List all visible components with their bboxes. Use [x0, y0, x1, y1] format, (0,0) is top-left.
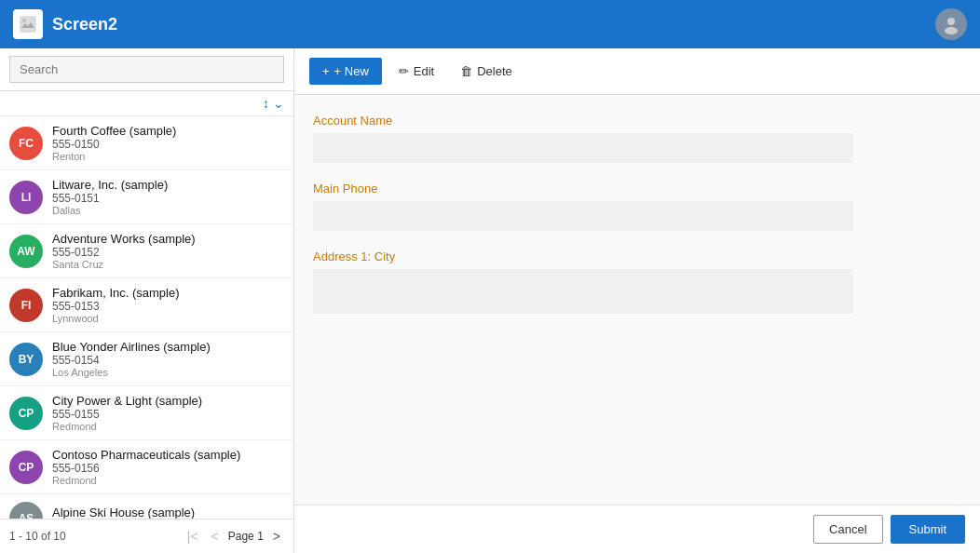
edit-label: Edit: [414, 64, 434, 78]
list-item[interactable]: AS Alpine Ski House (sample) 555-0157: [0, 494, 293, 519]
svg-point-2: [947, 18, 955, 25]
list-item[interactable]: BY Blue Yonder Airlines (sample) 555-015…: [0, 332, 293, 386]
account-name-input[interactable]: [313, 133, 853, 163]
account-name-label: Account Name: [313, 114, 961, 128]
avatar: FC: [9, 127, 43, 160]
item-phone: 555-0153: [52, 300, 180, 313]
list-item[interactable]: AW Adventure Works (sample) 555-0152 San…: [0, 224, 293, 278]
header: Screen2: [0, 0, 980, 48]
search-input[interactable]: [9, 56, 284, 83]
item-name: Blue Yonder Airlines (sample): [52, 340, 211, 354]
delete-button[interactable]: 🗑 Delete: [451, 58, 522, 85]
item-name: Adventure Works (sample): [52, 232, 196, 246]
main-content: ↕ ⌄ FC Fourth Coffee (sample) 555-0150 R…: [0, 48, 980, 553]
submit-button[interactable]: Submit: [891, 515, 965, 544]
item-city: Santa Cruz: [52, 259, 196, 270]
item-name: Contoso Pharmaceuticals (sample): [52, 448, 240, 462]
list-item[interactable]: LI Litware, Inc. (sample) 555-0151 Dalla…: [0, 170, 293, 224]
first-page-button[interactable]: |<: [184, 527, 202, 546]
header-left: Screen2: [13, 9, 117, 39]
avatar: AS: [9, 502, 43, 519]
form-area: Account Name Main Phone Address 1: City: [294, 95, 980, 505]
item-name: Fabrikam, Inc. (sample): [52, 286, 180, 300]
item-phone: 555-0154: [52, 354, 211, 367]
item-info: Blue Yonder Airlines (sample) 555-0154 L…: [52, 340, 211, 378]
avatar: CP: [9, 451, 43, 484]
user-avatar[interactable]: [935, 8, 967, 40]
app-icon: [13, 9, 43, 39]
form-footer: Cancel Submit: [294, 505, 980, 553]
sort-icon[interactable]: ↕ ⌄: [263, 96, 284, 111]
address-city-label: Address 1: City: [313, 250, 961, 263]
item-city: Renton: [52, 151, 176, 162]
item-phone: 555-0152: [52, 246, 196, 259]
delete-icon: 🗑: [460, 64, 472, 78]
item-info: Contoso Pharmaceuticals (sample) 555-015…: [52, 448, 240, 486]
address-city-input[interactable]: [313, 269, 853, 314]
right-panel: + + New ✏ Edit 🗑 Delete Account Name Mai…: [294, 48, 980, 553]
list-item[interactable]: FI Fabrikam, Inc. (sample) 555-0153 Lynn…: [0, 278, 293, 332]
list-item[interactable]: CP City Power & Light (sample) 555-0155 …: [0, 386, 293, 440]
item-info: Fabrikam, Inc. (sample) 555-0153 Lynnwoo…: [52, 286, 180, 324]
pagination: 1 - 10 of 10 |< < Page 1 >: [0, 519, 293, 553]
next-page-button[interactable]: >: [269, 527, 284, 546]
item-phone: 555-0151: [52, 192, 168, 205]
item-phone: 555-0156: [52, 462, 240, 475]
new-label: + New: [334, 64, 369, 78]
main-phone-input[interactable]: [313, 201, 853, 231]
prev-page-button[interactable]: <: [208, 527, 223, 546]
item-info: Adventure Works (sample) 555-0152 Santa …: [52, 232, 196, 270]
item-city: Dallas: [52, 205, 168, 216]
cancel-button[interactable]: Cancel: [813, 515, 882, 544]
avatar: AW: [9, 235, 43, 268]
avatar: BY: [9, 343, 43, 376]
avatar: FI: [9, 289, 43, 322]
sort-bar: ↕ ⌄: [0, 91, 293, 116]
item-phone: 555-0150: [52, 138, 176, 151]
search-bar: [0, 48, 293, 91]
main-phone-label: Main Phone: [313, 182, 961, 196]
edit-button[interactable]: ✏ Edit: [389, 58, 443, 85]
svg-point-1: [22, 19, 26, 22]
item-info: Alpine Ski House (sample) 555-0157: [52, 506, 195, 519]
item-name: Fourth Coffee (sample): [52, 124, 176, 138]
left-panel: ↕ ⌄ FC Fourth Coffee (sample) 555-0150 R…: [0, 48, 294, 553]
list-item[interactable]: FC Fourth Coffee (sample) 555-0150 Rento…: [0, 116, 293, 170]
list-container: FC Fourth Coffee (sample) 555-0150 Rento…: [0, 116, 293, 519]
account-name-field: Account Name: [313, 114, 961, 163]
item-name: Litware, Inc. (sample): [52, 178, 168, 192]
avatar: CP: [9, 397, 43, 430]
item-city: Redmond: [52, 421, 202, 432]
item-city: Lynnwood: [52, 313, 180, 324]
item-city: Los Angeles: [52, 367, 211, 378]
svg-rect-0: [20, 16, 36, 33]
delete-label: Delete: [477, 64, 512, 78]
edit-icon: ✏: [399, 64, 409, 78]
avatar: LI: [9, 181, 43, 214]
toolbar: + + New ✏ Edit 🗑 Delete: [294, 48, 980, 95]
main-phone-field: Main Phone: [313, 182, 961, 231]
item-name: City Power & Light (sample): [52, 394, 202, 408]
plus-icon: +: [322, 64, 330, 78]
pagination-range: 1 - 10 of 10: [9, 530, 66, 543]
item-info: Litware, Inc. (sample) 555-0151 Dallas: [52, 178, 168, 216]
new-button[interactable]: + + New: [309, 58, 382, 85]
address-city-field: Address 1: City: [313, 250, 961, 314]
item-info: City Power & Light (sample) 555-0155 Red…: [52, 394, 202, 432]
item-city: Redmond: [52, 475, 240, 486]
app-title: Screen2: [52, 15, 117, 34]
item-info: Fourth Coffee (sample) 555-0150 Renton: [52, 124, 176, 162]
svg-point-3: [945, 27, 958, 34]
page-label: Page 1: [228, 530, 264, 543]
pagination-controls: |< < Page 1 >: [184, 527, 284, 546]
item-phone: 555-0155: [52, 408, 202, 421]
item-name: Alpine Ski House (sample): [52, 506, 195, 519]
list-item[interactable]: CP Contoso Pharmaceuticals (sample) 555-…: [0, 440, 293, 494]
